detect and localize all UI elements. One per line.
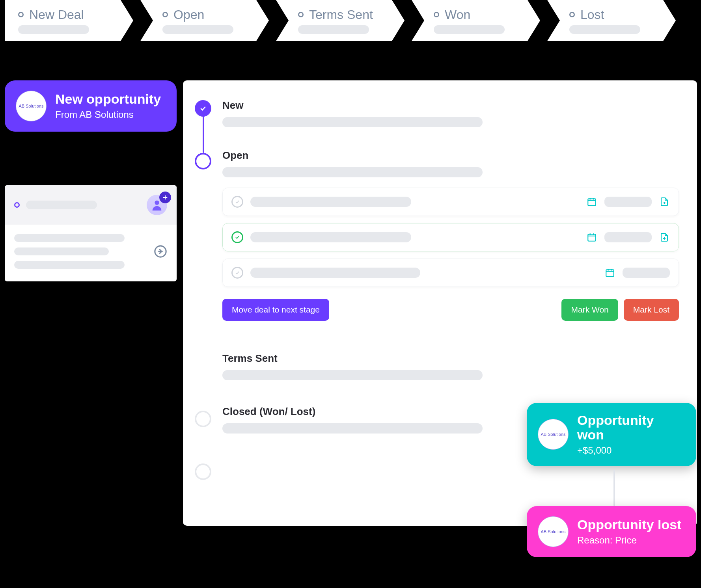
contact-card — [5, 185, 177, 281]
pipeline-stages: New Deal Open Terms Sent Won Lost — [5, 0, 676, 41]
notif-title: Opportunity won — [577, 413, 683, 443]
task-row[interactable] — [222, 259, 679, 287]
stage-placeholder — [18, 25, 89, 34]
task-title-placeholder — [250, 268, 420, 278]
action-row: Move deal to next stage Mark Won Mark Lo… — [222, 299, 679, 321]
task-check[interactable] — [231, 196, 243, 208]
company-avatar: AB Solutions — [538, 419, 569, 450]
stage-terms-sent[interactable]: Terms Sent — [276, 0, 405, 41]
company-avatar: AB Solutions — [16, 91, 47, 121]
timeline-node-new — [195, 100, 211, 117]
file-plus-icon[interactable] — [659, 196, 670, 207]
calendar-icon[interactable] — [586, 196, 597, 207]
step-placeholder — [222, 370, 483, 380]
stage-label: Lost — [580, 7, 604, 22]
stage-open[interactable]: Open — [140, 0, 269, 41]
check-icon — [235, 234, 240, 240]
check-icon — [235, 199, 240, 205]
notif-subtitle: Reason: Price — [577, 535, 681, 546]
open-contact-button[interactable] — [154, 245, 167, 258]
timeline-node-open — [195, 153, 211, 169]
contact-name-placeholder — [26, 201, 97, 209]
calendar-icon[interactable] — [604, 267, 615, 278]
file-plus-icon[interactable] — [659, 232, 670, 243]
task-date-placeholder — [623, 268, 670, 278]
company-avatar: AB Solutions — [538, 516, 569, 547]
stage-dot — [434, 12, 439, 17]
stage-placeholder — [298, 25, 369, 34]
task-title-placeholder — [250, 197, 411, 207]
contact-line — [14, 247, 109, 255]
contact-header — [5, 185, 177, 225]
svg-rect-2 — [588, 199, 596, 205]
stage-dot — [162, 12, 168, 17]
contact-status-dot — [14, 202, 20, 208]
task-list — [222, 188, 679, 287]
stage-won[interactable]: Won — [412, 0, 540, 41]
task-row[interactable] — [222, 223, 679, 251]
stage-dot — [569, 12, 575, 17]
step-placeholder — [222, 423, 483, 434]
stage-label: New Deal — [29, 7, 84, 22]
task-date-placeholder — [604, 232, 652, 242]
step-title: Open — [222, 149, 679, 162]
svg-point-0 — [155, 201, 159, 205]
stage-placeholder — [162, 25, 233, 34]
mark-won-button[interactable]: Mark Won — [561, 299, 618, 321]
stage-label: Won — [445, 7, 470, 22]
timeline-step-new: New — [222, 99, 679, 127]
step-placeholder — [222, 167, 483, 177]
step-placeholder — [222, 117, 483, 127]
plus-icon — [162, 194, 168, 201]
notif-subtitle: +$5,000 — [577, 445, 683, 456]
stage-label: Open — [173, 7, 204, 22]
stage-lost[interactable]: Lost — [547, 0, 676, 41]
step-title: Terms Sent — [222, 352, 679, 365]
contact-line — [14, 261, 125, 269]
move-next-stage-button[interactable]: Move deal to next stage — [222, 299, 329, 321]
notif-subtitle: From AB Solutions — [55, 109, 161, 120]
contact-line — [14, 234, 125, 242]
card-connector — [613, 470, 615, 506]
svg-rect-3 — [588, 234, 596, 241]
check-icon — [235, 270, 240, 275]
task-title-placeholder — [250, 232, 411, 242]
notif-title: Opportunity lost — [577, 517, 681, 532]
check-icon — [199, 104, 207, 112]
task-check[interactable] — [231, 231, 243, 243]
timeline-node-terms — [195, 411, 211, 427]
timeline-step-open: Open — [222, 149, 679, 321]
stage-dot — [298, 12, 304, 17]
arrow-right-circle-icon — [154, 245, 167, 258]
timeline-node-closed — [195, 463, 211, 480]
stage-placeholder — [434, 25, 505, 34]
svg-rect-4 — [606, 270, 614, 276]
calendar-icon[interactable] — [586, 232, 597, 243]
stage-label: Terms Sent — [309, 7, 373, 22]
opportunity-lost-card[interactable]: AB Solutions Opportunity lost Reason: Pr… — [527, 506, 696, 557]
opportunity-won-card[interactable]: AB Solutions Opportunity won +$5,000 — [527, 403, 696, 466]
add-contact-button[interactable] — [159, 192, 171, 203]
stage-dot — [18, 12, 24, 17]
stage-new-deal[interactable]: New Deal — [5, 0, 133, 41]
task-row[interactable] — [222, 188, 679, 216]
step-title: New — [222, 99, 679, 112]
mark-lost-button[interactable]: Mark Lost — [624, 299, 679, 321]
timeline-step-terms: Terms Sent — [222, 352, 679, 380]
task-check[interactable] — [231, 267, 243, 279]
notif-title: New opportunity — [55, 92, 161, 106]
stage-placeholder — [569, 25, 640, 34]
task-date-placeholder — [604, 197, 652, 207]
new-opportunity-card[interactable]: AB Solutions New opportunity From AB Sol… — [5, 80, 177, 132]
